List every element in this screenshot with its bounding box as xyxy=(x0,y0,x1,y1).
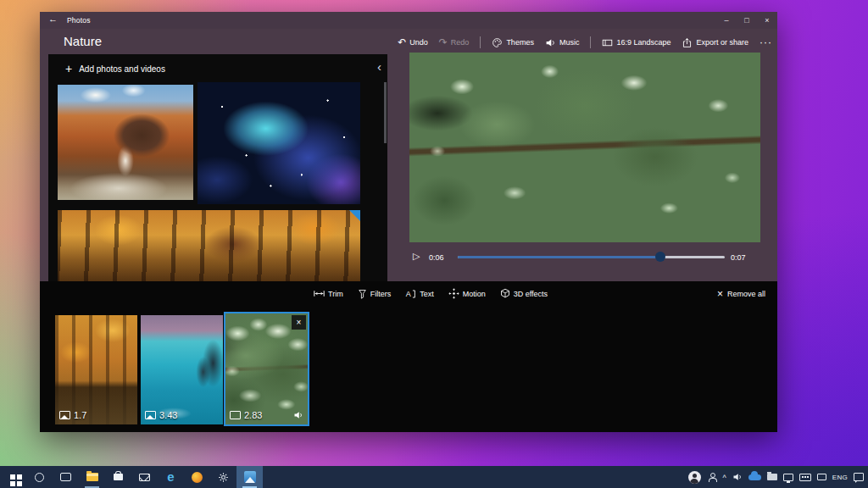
aspect-ratio-icon xyxy=(602,37,613,48)
add-photos-label: Add photos and videos xyxy=(79,64,165,74)
share-icon xyxy=(682,37,693,48)
folder-icon xyxy=(86,473,98,481)
seek-slider[interactable] xyxy=(458,256,725,258)
task-view-icon xyxy=(60,473,71,481)
storyboard-clip-1[interactable]: 1.7 xyxy=(55,315,137,424)
storyboard-clip-3-selected[interactable]: × 2.83 xyxy=(224,312,309,426)
firefox-icon xyxy=(192,472,203,483)
motion-button[interactable]: Motion xyxy=(448,288,486,299)
clip-duration: 3.43 xyxy=(145,410,177,420)
store-button[interactable] xyxy=(105,466,131,488)
redo-button[interactable]: ↷ Redo xyxy=(439,38,470,47)
text-label: Text xyxy=(420,290,434,298)
clip-duration: 2.83 xyxy=(230,410,262,420)
library-scrollbar[interactable] xyxy=(384,82,387,143)
aspect-ratio-button[interactable]: 16:9 Landscape xyxy=(602,37,670,48)
library-item-autumn-mill[interactable] xyxy=(58,85,193,200)
firefox-button[interactable] xyxy=(184,466,210,488)
3d-effects-icon xyxy=(500,288,510,299)
photo-icon xyxy=(145,411,156,419)
storyboard-panel: Trim Filters A Text Motion 3D effects xyxy=(40,281,777,432)
redo-icon: ↷ xyxy=(439,38,448,47)
storyboard-clip-2[interactable]: 3.43 xyxy=(141,315,223,424)
video-frame-icon xyxy=(230,411,241,419)
plus-icon: + xyxy=(65,62,72,75)
3d-effects-label: 3D effects xyxy=(514,290,548,298)
clip-duration: 1.7 xyxy=(59,410,86,420)
app-title: Photos xyxy=(67,16,91,25)
tablet-icon[interactable] xyxy=(817,474,826,480)
seek-slider-fill xyxy=(458,256,660,258)
filters-icon xyxy=(358,289,367,299)
total-time: 0:07 xyxy=(731,253,746,262)
windows-logo-icon xyxy=(10,474,15,480)
export-share-button[interactable]: Export or share xyxy=(682,37,748,48)
video-preview[interactable] xyxy=(409,53,760,242)
clip-volume-icon[interactable] xyxy=(293,410,303,420)
volume-icon[interactable] xyxy=(732,472,743,482)
trim-label: Trim xyxy=(328,290,343,298)
onedrive-icon[interactable] xyxy=(748,474,761,480)
toolbar-divider xyxy=(480,36,481,48)
hidden-icons-chevron[interactable]: ^ xyxy=(723,474,726,482)
more-menu-button[interactable]: ··· xyxy=(760,36,772,48)
seek-slider-thumb[interactable] xyxy=(655,252,665,262)
settings-button[interactable] xyxy=(210,466,236,488)
user-account-icon[interactable] xyxy=(688,471,701,484)
3d-effects-button[interactable]: 3D effects xyxy=(500,288,548,299)
library-item-galaxy[interactable] xyxy=(198,82,360,204)
screen: ← Photos – □ × Nature ↶ Undo ↷ Redo xyxy=(0,0,868,488)
language-indicator[interactable]: ENG xyxy=(832,474,848,481)
action-center-icon[interactable] xyxy=(854,473,864,481)
cortana-button[interactable] xyxy=(26,466,53,488)
mail-icon xyxy=(139,474,150,481)
filters-button[interactable]: Filters xyxy=(358,289,392,299)
tray-folder-icon[interactable] xyxy=(767,474,777,480)
undo-button[interactable]: ↶ Undo xyxy=(398,38,428,47)
project-library-panel: + Add photos and videos ‹ xyxy=(48,54,387,281)
remove-all-button[interactable]: × Remove all xyxy=(717,288,765,300)
music-button[interactable]: Music xyxy=(545,37,580,48)
music-label: Music xyxy=(559,38,580,47)
library-item-autumn-street[interactable] xyxy=(58,210,360,281)
display-icon[interactable] xyxy=(783,474,793,481)
trim-button[interactable]: Trim xyxy=(314,289,343,298)
library-header: + Add photos and videos ‹ xyxy=(48,54,387,83)
taskbar: e ^ ENG xyxy=(0,466,868,488)
minimize-button[interactable]: – xyxy=(716,12,737,29)
mail-button[interactable] xyxy=(131,466,158,488)
clip-duration-value: 1.7 xyxy=(74,410,86,420)
add-photos-button[interactable]: + Add photos and videos xyxy=(65,62,165,75)
themes-button[interactable]: Themes xyxy=(492,37,534,48)
clip-duration-value: 3.43 xyxy=(159,410,177,420)
trim-icon xyxy=(314,289,325,298)
maximize-button[interactable]: □ xyxy=(737,12,757,29)
close-x-icon: × xyxy=(297,318,302,327)
clip-duration-value: 2.83 xyxy=(244,410,262,420)
remove-clip-button[interactable]: × xyxy=(292,315,306,330)
remove-all-x-icon: × xyxy=(717,288,723,300)
redo-label: Redo xyxy=(451,38,470,47)
selection-corner-badge xyxy=(349,210,360,221)
project-title: Nature xyxy=(64,34,102,48)
palette-icon xyxy=(492,37,503,48)
edge-icon: e xyxy=(167,472,174,482)
edge-button[interactable]: e xyxy=(158,466,184,488)
storyboard-toolbar: Trim Filters A Text Motion 3D effects xyxy=(314,288,548,299)
start-button[interactable] xyxy=(0,466,26,488)
people-icon[interactable] xyxy=(707,473,717,481)
photos-app-icon xyxy=(244,471,256,483)
task-view-button[interactable] xyxy=(53,466,79,488)
collapse-panel-icon[interactable]: ‹ xyxy=(377,59,381,74)
back-icon[interactable]: ← xyxy=(48,14,58,24)
text-button[interactable]: A Text xyxy=(405,289,434,299)
export-share-label: Export or share xyxy=(696,38,748,47)
file-explorer-button[interactable] xyxy=(79,466,105,488)
touch-keyboard-icon[interactable] xyxy=(799,474,811,481)
photos-app-button[interactable] xyxy=(236,466,263,488)
play-button[interactable]: ▷ xyxy=(413,251,420,262)
svg-text:A: A xyxy=(406,290,411,298)
close-button[interactable]: × xyxy=(757,12,777,29)
window-controls: – □ × xyxy=(716,12,777,29)
motion-label: Motion xyxy=(463,290,486,298)
